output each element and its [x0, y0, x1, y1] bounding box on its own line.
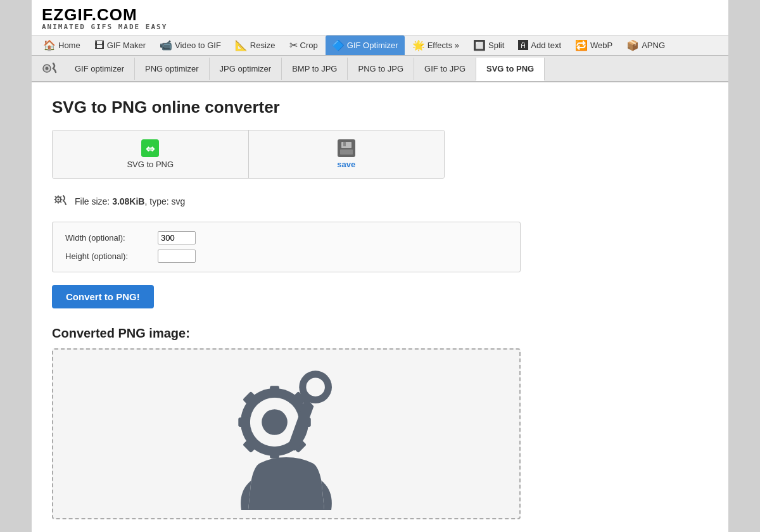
svg-point-9 [58, 199, 60, 201]
nav-label-effects: Effects » [428, 41, 459, 50]
nav-item-add-text[interactable]: 🅰 Add text [512, 35, 567, 55]
subnav-item-png-to-jpg[interactable]: PNG to JPG [348, 58, 414, 80]
nav-label-gif-optimizer: GIF Optimizer [347, 41, 398, 50]
file-size-text: File size: 3.08KiB, type: svg [75, 196, 185, 206]
nav-label-gif-maker: GIF Maker [107, 41, 146, 50]
nav-item-gif-optimizer[interactable]: 🔷 GIF Optimizer [326, 35, 405, 55]
svg-point-12 [262, 409, 288, 435]
sub-nav: GIF optimizer PNG optimizer JPG optimize… [32, 56, 728, 82]
nav-label-add-text: Add text [531, 41, 561, 50]
optimizer-icon: 🔷 [332, 39, 345, 51]
svg-rect-6 [343, 142, 346, 146]
svg-rect-13 [270, 386, 279, 397]
subnav-item-gif-optimizer[interactable]: GIF optimizer [65, 58, 135, 80]
video-icon: 📹 [160, 39, 172, 51]
webp-icon: 🔁 [575, 39, 588, 51]
svg-rect-7 [340, 149, 353, 155]
subnav-item-jpg-optimizer[interactable]: JPG optimizer [210, 58, 282, 80]
subnav-item-bmp-to-jpg[interactable]: BMP to JPG [282, 58, 348, 80]
nav-item-split[interactable]: 🔲 Split [467, 35, 510, 55]
nav-item-effects[interactable]: 🌟 Effects » [406, 35, 466, 55]
save-tool-button[interactable]: save [249, 130, 445, 178]
svg-to-png-tool-label: SVG to PNG [127, 160, 174, 169]
logo-main: EZGIF.COM [42, 6, 718, 23]
svg-rect-5 [341, 142, 352, 148]
apng-icon: 📦 [626, 39, 639, 51]
text-icon: 🅰 [518, 40, 528, 51]
converted-section: Converted PNG image: [52, 326, 708, 519]
save-icon [338, 139, 355, 157]
nav-item-gif-maker[interactable]: 🎞 GIF Maker [88, 35, 152, 55]
nav-item-resize[interactable]: 📐 Resize [229, 35, 282, 55]
converted-svg-preview [185, 358, 388, 510]
options-box: Width (optional): Height (optional): [52, 222, 521, 272]
nav-item-webp[interactable]: 🔁 WebP [569, 35, 619, 55]
subnav-item-png-optimizer[interactable]: PNG optimizer [135, 58, 210, 80]
nav-item-home[interactable]: 🏠 Home [37, 35, 87, 55]
save-tool-label: save [337, 160, 355, 169]
split-icon: 🔲 [473, 39, 486, 51]
effects-icon: 🌟 [412, 39, 425, 51]
logo-sub: ANIMATED GIFS MADE EASY [42, 23, 718, 31]
nav-label-crop: Crop [300, 41, 318, 50]
nav-label-home: Home [58, 41, 80, 50]
crop-icon: ✂ [289, 39, 298, 51]
convert-button[interactable]: Convert to PNG! [52, 285, 154, 308]
subnav-logo [37, 56, 62, 81]
nav-item-apng[interactable]: 📦 APNG [620, 35, 671, 55]
main-nav: 🏠 Home 🎞 GIF Maker 📹 Video to GIF 📐 Resi… [32, 35, 728, 56]
nav-label-webp: WebP [590, 41, 612, 50]
width-option-row: Width (optional): [65, 231, 507, 244]
height-input[interactable] [158, 250, 196, 263]
gear-wrench-small-icon [39, 58, 60, 79]
file-info-section: File size: 3.08KiB, type: svg [52, 191, 708, 212]
nav-label-split: Split [488, 41, 504, 50]
nav-label-video-to-gif: Video to GIF [175, 41, 221, 50]
nav-label-resize: Resize [250, 41, 276, 50]
svg-to-png-icon: ⇔ [141, 139, 159, 157]
svg-point-1 [46, 67, 49, 70]
subnav-item-svg-to-png[interactable]: SVG to PNG [476, 58, 545, 81]
width-label: Width (optional): [65, 233, 154, 243]
svg-to-png-tool-button[interactable]: ⇔ SVG to PNG [53, 130, 249, 178]
nav-item-video-to-gif[interactable]: 📹 Video to GIF [153, 35, 227, 55]
nav-item-crop[interactable]: ✂ Crop [283, 35, 324, 55]
logo[interactable]: EZGIF.COM ANIMATED GIFS MADE EASY [42, 6, 718, 31]
svg-point-22 [306, 377, 325, 396]
width-input[interactable] [158, 231, 196, 244]
nav-label-apng: APNG [642, 41, 665, 50]
svg-rect-15 [238, 417, 250, 427]
converted-section-title: Converted PNG image: [52, 326, 708, 341]
resize-icon: 📐 [235, 39, 248, 51]
home-icon: 🏠 [43, 39, 56, 51]
tool-buttons-bar: ⇔ SVG to PNG save [52, 130, 445, 179]
svg-rect-14 [270, 446, 279, 458]
gif-maker-icon: 🎞 [94, 40, 104, 51]
file-settings-icon [52, 191, 68, 212]
page-title: SVG to PNG online converter [52, 98, 708, 117]
height-option-row: Height (optional): [65, 250, 507, 263]
height-label: Height (optional): [65, 251, 154, 261]
svg-text:⇔: ⇔ [146, 143, 155, 155]
subnav-item-gif-to-jpg[interactable]: GIF to JPG [414, 58, 476, 80]
converted-image-box [52, 348, 521, 519]
